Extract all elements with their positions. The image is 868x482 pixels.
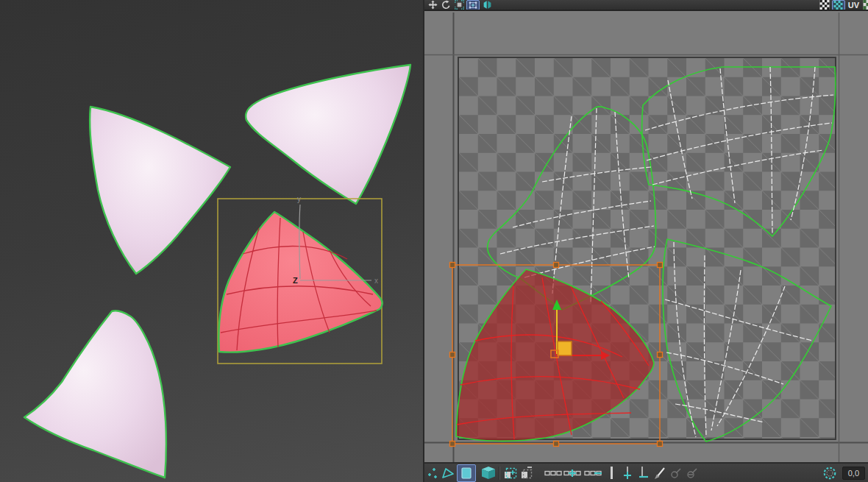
3d-viewport-canvas: y Z x [0, 0, 423, 482]
uv-shell-selected[interactable] [456, 269, 654, 441]
mirror-icon [483, 0, 492, 10]
point-to-point-seam-button[interactable] [669, 465, 683, 481]
freeform-mode-button[interactable] [466, 0, 480, 10]
uv-shell-top-right[interactable] [642, 67, 836, 236]
move-icon [428, 0, 438, 10]
vertex-mode-button[interactable] [427, 465, 439, 481]
polygon-mode-icon [460, 467, 473, 480]
uv-shell-bottom-right[interactable] [663, 239, 831, 442]
edge-mode-icon [441, 467, 455, 480]
grow-selection-button[interactable] [503, 465, 518, 481]
uv-editor-panel: UV [423, 0, 868, 482]
uv-shell-top-left[interactable] [487, 107, 655, 310]
scale-tool-button[interactable] [453, 0, 465, 10]
petal-top-left[interactable] [90, 107, 230, 274]
petal-top-right[interactable] [246, 65, 410, 204]
convert-seam-icon [686, 467, 699, 480]
checker-pattern-button[interactable] [819, 0, 830, 10]
uv-space-label[interactable]: UV [848, 1, 859, 10]
shrink-selection-icon [519, 466, 534, 481]
shrink-selection-button[interactable] [519, 465, 534, 481]
axis-label-x: x [374, 277, 378, 285]
3d-viewport[interactable]: y Z x [0, 0, 423, 482]
grow-loop-button[interactable] [563, 465, 583, 481]
uv-shell-layer [424, 13, 868, 462]
uv-canvas[interactable] [424, 13, 868, 462]
edit-seams-icon [653, 466, 666, 481]
vertex-mode-icon [427, 467, 439, 480]
uv-extra-button[interactable] [862, 0, 868, 10]
petal-bottom-left[interactable] [24, 311, 166, 478]
axis-label-z: Z [293, 276, 298, 285]
select-loop-icon [544, 469, 562, 478]
convert-seam-button[interactable] [685, 465, 700, 481]
select-loop-button[interactable] [544, 465, 562, 481]
uv-mapping-workspace: y Z x [0, 0, 868, 482]
toolbar-divider-bar [611, 467, 613, 479]
scale-icon [455, 0, 464, 10]
show-map-button[interactable] [832, 0, 845, 10]
align-horizontal-button[interactable] [636, 465, 651, 481]
element-mode-button[interactable] [481, 465, 496, 481]
edit-seams-button[interactable] [652, 465, 667, 481]
checker-bw-icon [819, 0, 830, 10]
toolbar-separator [499, 467, 500, 480]
polygon-mode-button[interactable] [457, 464, 476, 482]
gizmo-plane-handle[interactable] [558, 341, 572, 355]
checker-map-icon [833, 1, 843, 10]
align-horizontal-icon [637, 466, 650, 481]
axis-label-y: y [297, 195, 301, 203]
paint-select-brush-button[interactable] [822, 465, 837, 481]
align-vertical-button[interactable] [620, 465, 635, 481]
cursor-coords-field: 0,0 [842, 467, 865, 480]
shrink-loop-button[interactable] [584, 465, 603, 481]
clipped-checker-icon [863, 0, 868, 10]
shrink-loop-icon [584, 467, 603, 479]
brush-circle-icon [822, 465, 837, 481]
rotate-tool-button[interactable] [440, 0, 452, 10]
petal-selected[interactable] [218, 212, 382, 352]
rotate-icon [441, 0, 451, 10]
uv-bottom-toolbar: 0,0 [424, 462, 868, 482]
move-tool-button[interactable] [427, 0, 438, 10]
align-vertical-icon [621, 466, 634, 481]
edge-mode-button[interactable] [441, 465, 455, 481]
grow-loop-icon [563, 467, 583, 479]
mirror-tool-button[interactable] [481, 0, 493, 10]
freeform-icon [469, 1, 477, 10]
element-mode-icon [481, 466, 496, 480]
uv-top-toolbar: UV [424, 0, 868, 11]
point-seam-icon [669, 467, 683, 480]
grow-selection-icon [503, 466, 518, 481]
